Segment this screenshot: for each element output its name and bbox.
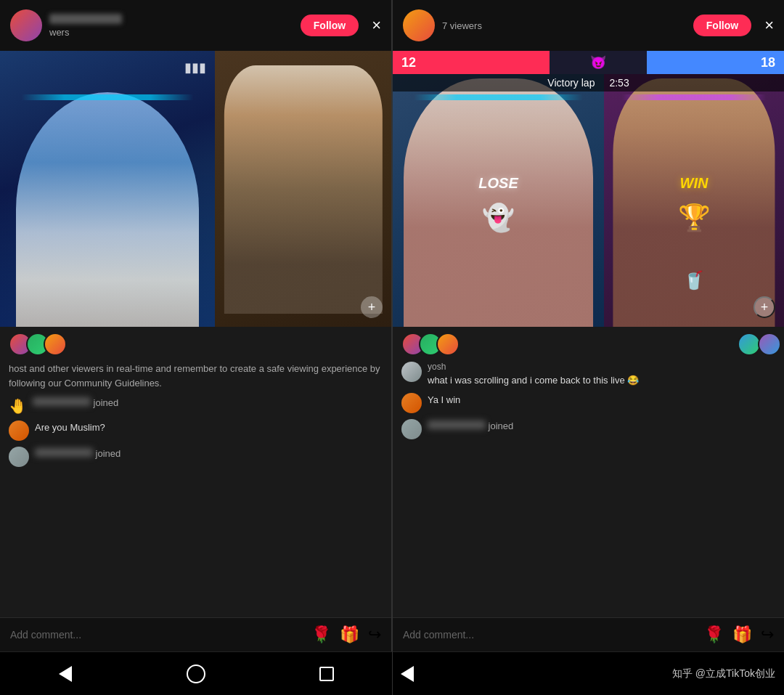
right-rose-icon[interactable]: 🌹	[704, 625, 724, 644]
battle-score-center: 😈	[550, 51, 648, 74]
wave-icon: 🤚	[9, 397, 27, 415]
battle-score-right: 18	[647, 51, 784, 74]
right-comment-section: yosh what i was scrolling and i come bac…	[393, 327, 784, 651]
right-comment-item-2: Ya I win	[401, 393, 775, 413]
win-emoji: 🏆	[678, 203, 711, 233]
battle-timer: 2:53	[609, 77, 629, 89]
battle-info-bar: Victory lap 2:53	[393, 74, 784, 92]
right-stream-header: 7 viewers Follow ×	[393, 0, 784, 51]
left-header-info: wers	[49, 14, 293, 38]
right-comment-avatar-2	[401, 393, 422, 413]
right-comment-text-1: what i was scrolling and i come back to …	[428, 375, 639, 386]
comment-avatar-msg-1	[9, 420, 29, 441]
right-nav-half: 知乎 @立成TikTok创业	[393, 651, 785, 695]
right-back-triangle-icon	[401, 666, 414, 682]
left-stream-header: wers Follow ×	[0, 0, 391, 51]
left-comment-section: host and other viewers in real-time and …	[0, 327, 391, 651]
left-video-left-panel: ▮▮▮	[0, 51, 215, 327]
left-score-value: 12	[401, 55, 416, 70]
left-person-silhouette	[16, 92, 199, 327]
bottom-area: 知乎 @立成TikTok创业	[0, 651, 784, 695]
right-follow-button[interactable]: Follow	[693, 15, 751, 36]
right-comment-placeholder[interactable]: Add comment...	[403, 629, 695, 641]
comment-item-join-2: joined	[9, 447, 383, 467]
left-video-right-panel	[215, 51, 391, 327]
left-led-bar	[0, 94, 215, 100]
left-comment-placeholder[interactable]: Add comment...	[10, 629, 303, 641]
stop-square-icon	[319, 667, 334, 681]
left-phone-screen: wers Follow × ▮▮▮ +	[0, 0, 393, 651]
right-gift-icon[interactable]: 🎁	[732, 625, 752, 644]
right-comment-avatar-join	[401, 419, 422, 439]
username-blur-1	[33, 397, 91, 406]
right-header-info: 7 viewers	[442, 20, 686, 31]
share-icon-left[interactable]: ↪	[368, 625, 381, 644]
right-input-icons: 🌹 🎁 ↪	[704, 625, 774, 644]
left-home-button[interactable]	[181, 659, 211, 688]
right-battle-video-area: 12 😈 18 Victory lap 2:53 LOSE	[393, 51, 784, 327]
join-text-2: joined	[35, 448, 121, 459]
left-nav-half	[0, 651, 393, 695]
left-plus-button[interactable]: +	[361, 296, 383, 318]
lose-text: LOSE	[478, 175, 518, 192]
battle-video-right: WIN 🏆 🥤	[604, 51, 784, 327]
left-video-area: ▮▮▮ +	[0, 51, 391, 327]
right-comment-username-1: yosh	[428, 362, 775, 372]
right-username-blur	[428, 420, 486, 429]
right-share-icon[interactable]: ↪	[761, 625, 774, 644]
lose-emoji: 👻	[482, 203, 515, 233]
right-viewer-avatar-3	[436, 333, 460, 356]
right-comment-input-bar: Add comment... 🌹 🎁 ↪	[393, 617, 784, 651]
battle-score-left: 12	[393, 51, 550, 74]
right-comment-avatar-1	[401, 362, 422, 382]
left-comment-input-bar: Add comment... 🌹 🎁 ↪	[0, 617, 391, 651]
battle-video-left: LOSE 👻	[393, 51, 604, 327]
left-back-button[interactable]	[51, 659, 80, 688]
right-viewer-avatars	[393, 327, 784, 359]
left-viewers-text: wers	[49, 27, 293, 38]
right-score-value: 18	[761, 55, 775, 70]
left-close-button[interactable]: ×	[372, 16, 381, 35]
battle-title: Victory lap	[547, 77, 595, 89]
left-username-blur	[49, 14, 122, 24]
system-message-text: host and other viewers in real-time and …	[9, 363, 380, 389]
left-follow-button[interactable]: Follow	[301, 15, 359, 36]
battle-led-bar-right	[604, 94, 784, 100]
watermark-area: 知乎 @立成TikTok创业	[422, 667, 785, 680]
battle-led-bar-left	[393, 94, 604, 100]
comment-item-join-1: 🤚 joined	[9, 396, 383, 415]
win-text: WIN	[680, 175, 709, 192]
battle-videos: LOSE 👻 WIN 🏆 🥤	[393, 51, 784, 327]
home-circle-icon	[187, 664, 205, 683]
right-viewers-text: 7 viewers	[442, 20, 686, 31]
right-back-button[interactable]	[393, 659, 422, 688]
gift-icon[interactable]: 🎁	[340, 625, 359, 644]
username-blur-2	[35, 448, 93, 457]
comment-avatar-join-2	[9, 447, 29, 467]
right-join-text: joined	[428, 420, 513, 431]
left-comments-list: host and other viewers in real-time and …	[0, 359, 391, 617]
right-close-button[interactable]: ×	[764, 16, 774, 35]
battle-score-bar: 12 😈 18	[393, 51, 784, 74]
right-comment-item-join: joined	[401, 419, 775, 439]
right-streamer-avatar	[403, 9, 435, 41]
battle-emoji: 😈	[590, 54, 606, 70]
right-person-silhouette	[224, 65, 383, 314]
right-comments-list: yosh what i was scrolling and i come bac…	[393, 359, 784, 617]
right-comment-text-2: Ya I win	[428, 394, 460, 405]
left-input-icons: 🌹 🎁 ↪	[311, 625, 381, 644]
left-streamer-avatar	[10, 9, 42, 41]
comment-text-msg-1: Are you Muslim?	[35, 422, 105, 433]
rose-icon[interactable]: 🌹	[311, 625, 331, 644]
right-comment-item-1: yosh what i was scrolling and i come bac…	[401, 362, 775, 387]
join-text-1: joined	[33, 397, 118, 408]
back-triangle-icon	[59, 666, 72, 682]
comment-item-msg-1: Are you Muslim?	[9, 420, 383, 441]
left-viewer-avatars	[0, 327, 391, 359]
right-plus-button[interactable]: +	[754, 296, 775, 318]
right-phone-screen: 7 viewers Follow × 12 😈 18 Vi	[393, 0, 784, 651]
viewer-avatar-3	[44, 333, 67, 356]
bars-icon: ▮▮▮	[184, 60, 206, 76]
bottom-navigation: 知乎 @立成TikTok创业	[0, 651, 784, 695]
left-stop-button[interactable]	[312, 659, 341, 688]
